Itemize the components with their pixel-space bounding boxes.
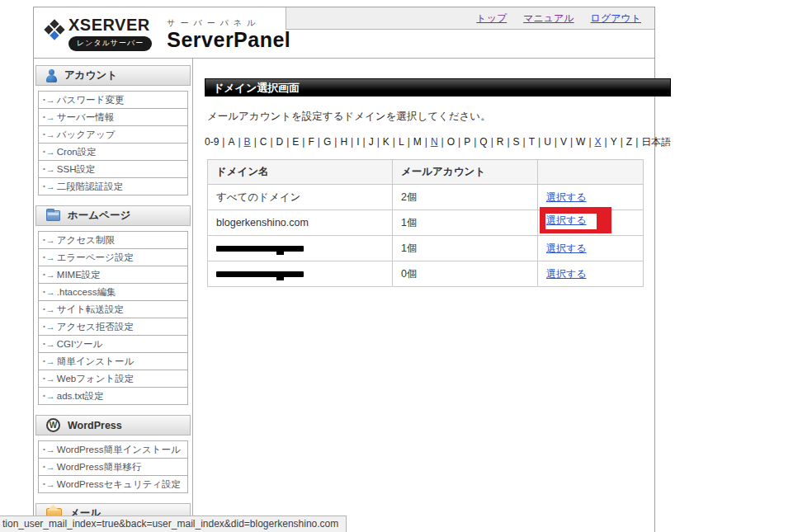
alphabet-separator: | [318, 136, 320, 148]
select-link[interactable]: 選択する [546, 214, 587, 226]
sidebar-item[interactable]: →MIME設定 [38, 266, 188, 284]
sidebar-item-label: アクセス拒否設定 [57, 321, 134, 333]
select-link[interactable]: 選択する [546, 191, 587, 203]
sidebar-item-label: エラーページ設定 [57, 252, 134, 264]
sidebar-item[interactable]: →サイト転送設定 [38, 300, 188, 318]
domain-cell [208, 236, 393, 261]
arrow-icon: → [43, 181, 55, 191]
alphabet-separator: | [425, 136, 427, 148]
sidebar-item[interactable]: →SSH設定 [38, 160, 188, 178]
alphabet-separator: | [570, 136, 573, 148]
select-link[interactable]: 選択する [546, 242, 587, 254]
sidebar-item-label: アクセス制限 [57, 234, 115, 247]
sidebar-item[interactable]: →Webフォント設定 [38, 370, 188, 388]
sidebar-item[interactable]: →二段階認証設定 [38, 177, 188, 195]
alphabet-item: C [260, 136, 267, 148]
alphabet-link-N[interactable]: N [431, 136, 438, 148]
arrow-icon: → [43, 391, 55, 401]
alphabet-item: H [340, 136, 347, 148]
alphabet-item: T [529, 136, 535, 148]
alphabet-item: D [276, 136, 284, 148]
highlight-inner: 選択する [545, 214, 597, 229]
sidebar-item[interactable]: →CGIツール [38, 335, 188, 353]
arrow-icon: → [43, 147, 55, 157]
user-icon [46, 69, 57, 82]
sidebar-item[interactable]: →バックアップ [38, 125, 188, 144]
alphabet-item: Q [479, 136, 487, 148]
alphabet-separator: | [588, 136, 591, 148]
section-items-account: →パスワード変更→サーバー情報→バックアップ→Cron設定→SSH設定→二段階認… [38, 91, 188, 195]
alphabet-item: 0-9 [205, 136, 219, 148]
domain-cell [208, 261, 393, 287]
sidebar-item[interactable]: →パスワード変更 [38, 91, 188, 109]
alphabet-separator: | [538, 136, 541, 148]
table-row: すべてのドメイン2個選択する [208, 185, 644, 210]
sidebar-section-wordpress: WWordPress [35, 415, 191, 435]
alphabet-item: G [323, 136, 331, 148]
column-header: メールアカウント [393, 160, 538, 185]
alphabet-separator: | [605, 136, 607, 148]
sidebar-item[interactable]: →.htaccess編集 [38, 283, 188, 301]
action-cell: 選択する [538, 236, 644, 261]
sidebar-item[interactable]: →簡単インストール [38, 352, 188, 370]
sidebar-item[interactable]: →WordPress簡単インストール [38, 440, 188, 459]
alphabet-index: 0-9|A|B|C|D|E|F|G|H|I|J|K|L|M|N|O|P|Q|R|… [205, 135, 671, 149]
sidebar-item-label: パスワード変更 [57, 94, 125, 106]
alphabet-item: O [447, 136, 455, 148]
sidebar-item[interactable]: →エラーページ設定 [38, 248, 188, 266]
alphabet-separator: | [523, 136, 526, 148]
alphabet-separator: | [458, 136, 460, 148]
column-header: ドメイン名 [208, 160, 393, 185]
sidebar-item[interactable]: →WordPress簡単移行 [38, 458, 188, 476]
alphabet-link-X[interactable]: X [595, 136, 602, 148]
sidebar-item-label: サイト転送設定 [57, 304, 124, 316]
alphabet-item: W [576, 136, 585, 148]
arrow-icon: → [43, 356, 55, 366]
sidebar-item-label: サーバー情報 [57, 111, 115, 124]
alphabet-separator: | [270, 136, 272, 148]
table-header-row: ドメイン名メールアカウント [208, 160, 644, 185]
alphabet-link-B[interactable]: B [244, 136, 251, 148]
alphabet-item: Y [611, 136, 617, 148]
mail-account-count: 1個 [393, 236, 538, 261]
arrow-icon: → [43, 112, 55, 122]
domain-name: すべてのドメイン [216, 191, 300, 203]
section-items-homepage: →アクセス制限→エラーページ設定→MIME設定→.htaccess編集→サイト転… [38, 231, 188, 405]
mail-account-count: 1個 [393, 210, 538, 236]
alphabet-separator: | [408, 136, 410, 148]
select-link[interactable]: 選択する [546, 268, 587, 280]
sidebar-item[interactable]: →Cron設定 [38, 143, 188, 161]
sidebar-item[interactable]: →サーバー情報 [38, 108, 188, 126]
nav-logout-link[interactable]: ログアウト [591, 12, 641, 26]
domain-cell: すべてのドメイン [208, 185, 393, 210]
sidebar-section-homepage: ホームページ [35, 205, 191, 226]
domain-name: blogerkenshino.com [216, 217, 309, 228]
sidebar-item-label: MIME設定 [57, 269, 101, 281]
sidebar-item[interactable]: →アクセス拒否設定 [38, 318, 188, 336]
sidebar-item-label: .htaccess編集 [57, 286, 116, 299]
sidebar-item[interactable]: →ads.txt設定 [38, 387, 188, 405]
sidebar-item[interactable]: →WordPressセキュリティ設定 [38, 475, 188, 493]
nav-manual-link[interactable]: マニュアル [523, 12, 574, 26]
alphabet-separator: | [621, 136, 623, 148]
brand-logo[interactable]: XSERVER レンタルサーバー サーバーパネル ServerPanel [45, 16, 290, 51]
main-content: ドメイン選択画面 メールアカウントを設定するドメインを選択してください。 0-9… [192, 59, 684, 532]
sidebar-item[interactable]: →アクセス制限 [38, 231, 188, 249]
alphabet-item: I [356, 136, 359, 148]
alphabet-item: U [544, 136, 551, 148]
top-nav: トップマニュアルログアウト [286, 7, 654, 30]
server-panel-page: XSERVER レンタルサーバー サーバーパネル ServerPanel トップ… [33, 7, 655, 532]
action-cell: 選択する [538, 261, 644, 287]
sidebar-item-label: Webフォント設定 [57, 373, 135, 385]
arrow-icon: → [43, 374, 55, 384]
alphabet-item: F [308, 136, 314, 148]
section-label: ホームページ [68, 209, 130, 223]
arrow-icon: → [43, 164, 55, 174]
sidebar-item-label: 二段階認証設定 [57, 181, 124, 193]
alphabet-item: L [399, 136, 404, 148]
table-row: 1個選択する [208, 236, 644, 261]
alphabet-item: M [413, 136, 422, 148]
sidebar-item-label: WordPressセキュリティ設定 [57, 478, 181, 491]
nav-top-link[interactable]: トップ [476, 12, 507, 26]
alphabet-item: J [369, 136, 374, 148]
